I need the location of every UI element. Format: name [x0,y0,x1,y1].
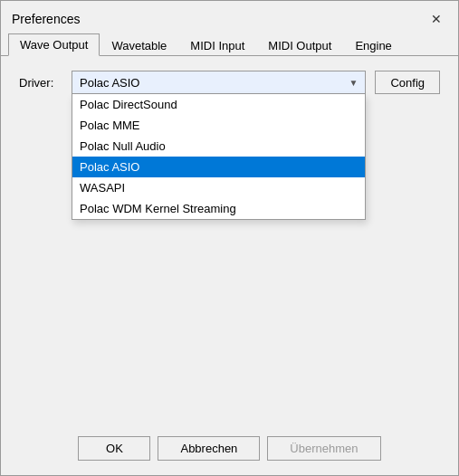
dialog-title: Preferences [12,12,80,26]
driver-dropdown-list: Polac DirectSound Polac MME Polac Null A… [72,94,366,220]
footer: OK Abbrechen Übernehmen [1,427,458,475]
ok-button[interactable]: OK [78,436,150,461]
driver-select[interactable]: Polac ASIO ▼ [72,71,366,94]
driver-option-2[interactable]: Polac Null Audio [72,136,365,157]
driver-row: Driver: Polac ASIO ▼ Polac DirectSound P… [19,71,440,94]
tab-midi-input[interactable]: MIDI Input [178,34,256,56]
driver-option-4[interactable]: WASAPI [72,177,365,198]
close-button[interactable]: ✕ [426,8,447,30]
tab-wavetable[interactable]: Wavetable [100,34,178,56]
driver-option-5[interactable]: Polac WDM Kernel Streaming [72,198,365,219]
tab-bar: Wave Output Wavetable MIDI Input MIDI Ou… [1,33,458,56]
tab-midi-output[interactable]: MIDI Output [256,34,343,56]
preferences-dialog: Preferences ✕ Wave Output Wavetable MIDI… [0,0,459,476]
tab-engine[interactable]: Engine [343,34,403,56]
driver-option-3[interactable]: Polac ASIO [72,157,365,177]
apply-button[interactable]: Übernehmen [267,436,380,461]
cancel-button[interactable]: Abbrechen [158,436,260,461]
driver-option-1[interactable]: Polac MME [72,115,365,136]
driver-option-0[interactable]: Polac DirectSound [72,94,365,115]
config-button[interactable]: Config [375,71,440,94]
chevron-down-icon: ▼ [349,78,359,88]
driver-select-container: Polac ASIO ▼ Polac DirectSound Polac MME… [72,71,366,94]
tab-wave-output[interactable]: Wave Output [8,33,100,56]
driver-selected-value: Polac ASIO [80,76,139,90]
driver-label: Driver: [19,76,62,90]
tab-content: Driver: Polac ASIO ▼ Polac DirectSound P… [1,56,458,427]
title-bar: Preferences ✕ [1,1,458,33]
